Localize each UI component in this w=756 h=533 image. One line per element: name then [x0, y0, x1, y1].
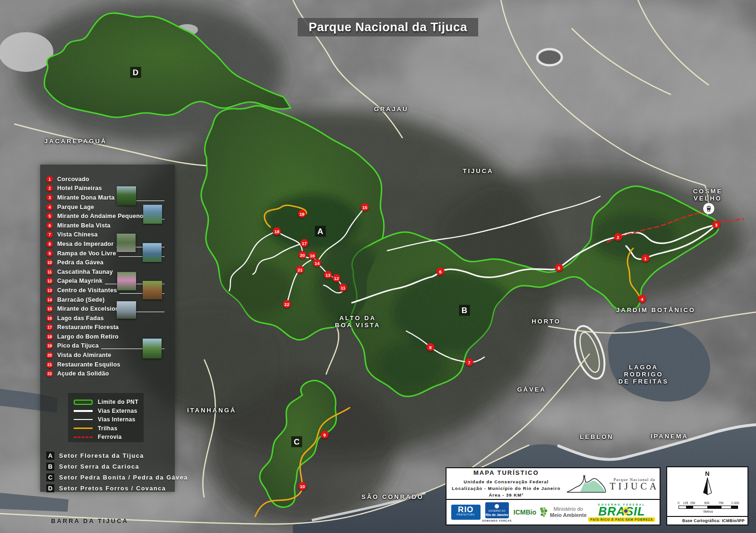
poi-label: Vista do Almirante — [57, 352, 111, 358]
mma-line1: Ministério do — [550, 506, 587, 512]
legend-box: Limite do PNTVias ExternasVias InternasT… — [68, 393, 144, 442]
sector-label: Setor Floresta da Tijuca — [59, 453, 144, 459]
poi-item: 17Restaurante Floresta — [40, 323, 175, 332]
poi-item: 7Vista Chinesa — [40, 230, 175, 240]
tourist-map-poster: JACAREPAGUÁGRAJAÚTIJUCACOSME VELHOALTO D… — [0, 0, 756, 533]
legend-swatch-ext — [74, 410, 93, 412]
poi-number-badge: 17 — [46, 324, 53, 331]
sector-label: Setor Pedra Bonita / Pedra da Gávea — [59, 474, 188, 481]
rj-crest-icon — [495, 504, 499, 508]
poi-label: Parque Lage — [57, 204, 94, 210]
sector-map-letter: D — [130, 67, 141, 78]
place-label: JARDIM BOTÂNICO — [616, 306, 696, 314]
park-logo-name: TIJUCA — [610, 482, 659, 490]
scale-unit: Metros — [679, 510, 738, 513]
poi-number-badge: 6 — [46, 222, 53, 229]
poi-number-badge: 13 — [46, 287, 53, 294]
poi-label: Lago das Fadas — [57, 315, 104, 322]
poi-map-marker: 10 — [299, 482, 307, 490]
poi-number-badge: 16 — [46, 315, 53, 322]
poi-map-marker: 1 — [642, 254, 650, 262]
poi-map-marker: 11 — [339, 284, 347, 292]
poi-number-badge: 21 — [46, 361, 53, 368]
scale-tick: 0 — [678, 501, 679, 505]
poi-map-marker: 19 — [298, 210, 306, 218]
info-line: Área - 39 KM² — [489, 492, 524, 498]
sector-list: ASetor Floresta da TijucaBSetor Serra da… — [46, 450, 170, 494]
map-info-box: MAPA TURÍSTICO Unidade de Conservação Fe… — [446, 467, 661, 525]
rj-logo-sub: SOMANDO FORÇAS — [482, 519, 512, 522]
place-label: LEBLON — [580, 433, 613, 440]
north-arrow-icon — [700, 477, 714, 496]
sector-item: ASetor Floresta da Tijuca — [46, 450, 170, 461]
poi-number-badge: 12 — [46, 278, 53, 284]
sector-letter-badge: C — [46, 473, 54, 481]
poi-map-marker: 21 — [296, 266, 304, 274]
legend-label: Vias Externas — [98, 408, 137, 414]
scale-tick: 500 — [704, 501, 710, 505]
place-label: GRAJAÚ — [374, 105, 409, 113]
poi-label: Hotel Paineiras — [57, 185, 102, 192]
poi-map-marker: 18 — [273, 227, 281, 236]
cartographic-credit: Base Cartográfica: ICMBio/IPP — [667, 516, 747, 524]
legend-swatch-boundary — [74, 400, 93, 405]
ministerio-meio-ambiente-logo: Ministério do Meio Ambiente — [550, 506, 587, 518]
poi-item: 15Mirante do Excelsior — [40, 304, 175, 314]
poi-photo-thumbnail — [143, 281, 162, 299]
icmbio-logo: ICMBio — [514, 507, 548, 518]
poi-number-badge: 4 — [46, 204, 53, 210]
sector-item: BSetor Serra da Carioca — [46, 461, 170, 472]
scale-tick: 1.000 — [731, 501, 739, 505]
poi-label: Pedra da Gávea — [57, 259, 103, 266]
poi-number-badge: 8 — [46, 241, 53, 247]
legend-label: Trilhas — [98, 425, 117, 432]
icmbio-leaf-icon — [538, 507, 548, 518]
poi-number-badge: 19 — [46, 342, 53, 349]
poi-map-marker: 9 — [321, 431, 329, 439]
poi-map-marker: 8 — [427, 343, 435, 351]
poi-number-badge: 2 — [46, 185, 53, 192]
sector-letter-badge: D — [46, 484, 54, 492]
poi-label: Restaurante Esquilos — [57, 361, 120, 368]
poi-label: Centro de Visitantes — [57, 287, 117, 294]
poi-map-marker: 7 — [465, 358, 473, 367]
info-line: Unidade de Conservação Federal — [464, 479, 549, 485]
poi-map-marker: 14 — [313, 259, 321, 267]
north-scale-box: N 01252505007501.000 Metros Base Cartogr… — [666, 466, 748, 525]
poi-label: Mirante Dona Marta — [57, 194, 114, 201]
place-label: TIJUCA — [463, 167, 494, 175]
scale-tick: 750 — [719, 501, 724, 505]
sector-map-letter: A — [315, 226, 326, 237]
place-label: IPANEMA — [651, 433, 688, 440]
rj-logo-line1: GOVERNO DO — [489, 509, 506, 513]
poi-label: Rampa de Voo Livre — [57, 250, 116, 257]
poi-label: Pico da Tijuca — [57, 342, 99, 349]
place-label: JACAREPAGUÁ — [44, 138, 107, 145]
poi-number-badge: 7 — [46, 231, 53, 238]
legend-label: Limite do PNT — [98, 399, 138, 405]
poi-label: Mesa do Imperador — [57, 241, 114, 247]
legend-label: Vias Internas — [98, 416, 136, 423]
poi-photo-thumbnail — [117, 234, 136, 252]
poi-number-badge: 3 — [46, 194, 53, 201]
poi-map-marker: 12 — [333, 274, 341, 282]
poi-label: Largo do Bom Retiro — [57, 333, 119, 340]
legend-swatch-int — [74, 419, 93, 420]
sector-map-letter: C — [292, 437, 302, 447]
poi-label: Vista Chinesa — [57, 231, 98, 238]
sector-item: CSetor Pedra Bonita / Pedra da Gávea — [46, 472, 170, 483]
poi-map-marker: 13 — [324, 271, 332, 279]
legend-item: Trilhas — [74, 424, 144, 433]
sector-item: DSetor Pretos Forros / Covanca — [46, 483, 170, 494]
brasil-logo-name: BRASIL — [598, 506, 645, 517]
poi-label: Restaurante Floresta — [57, 324, 119, 331]
poi-map-marker: 4 — [638, 295, 646, 303]
info-line: Localização - Município do Rio de Janeir… — [452, 485, 560, 492]
place-label: BARRA DA TIJUCA — [51, 517, 129, 524]
poi-item: 1Corcovado — [40, 175, 175, 184]
place-label: LAGOA RODRIGO DE FREITAS — [619, 364, 669, 385]
poi-map-marker: 5 — [555, 264, 563, 272]
poi-map-marker: 20 — [299, 251, 307, 259]
poi-photo-thumbnail — [117, 301, 136, 319]
rio-prefeitura-logo: RIO PREFEITURA — [451, 505, 481, 520]
